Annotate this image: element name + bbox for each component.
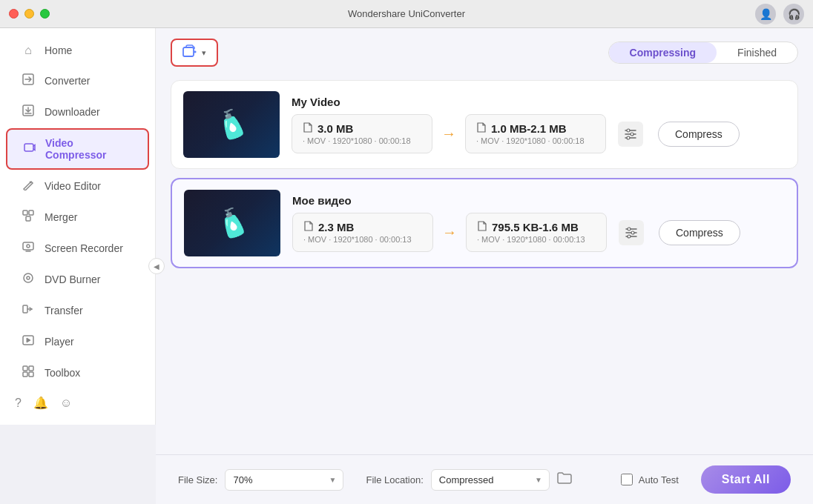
svg-rect-10 [23,305,27,313]
file-location-select-wrapper: Compressed Same as source Custom [431,469,550,491]
svg-point-7 [27,245,30,248]
app-title: Wondershare UniConverter [348,8,465,19]
target-meta-1: · MOV · 1920*1080 · 00:00:18 [476,136,595,145]
video-thumbnail-1: 🧴 [183,91,280,158]
notification-icon[interactable]: 🔔 [33,396,48,410]
add-file-button[interactable]: ▾ [171,39,218,67]
auto-test-label: Auto Test [639,474,679,485]
close-button[interactable] [9,9,19,19]
user-icon[interactable]: 👤 [755,4,776,24]
target-file-box-1: 1.0 MB-2.1 MB · MOV · 1920*1080 · 00:00:… [465,114,606,153]
sidebar-label-dvd-burner: DVD Burner [45,273,100,285]
compress-button-1[interactable]: Compress [658,122,740,147]
arrow-icon-1: → [441,125,456,142]
folder-icon[interactable] [557,471,572,488]
player-icon [21,334,36,349]
settings-button-2[interactable] [619,220,644,245]
sidebar-item-merger[interactable]: Merger [6,202,149,232]
sidebar-label-transfer: Transfer [45,305,83,316]
converter-icon [21,73,36,88]
target-file-box-2: 795.5 KB-1.6 MB · MOV · 1920*1080 · 00:0… [466,213,607,252]
minimize-button[interactable] [24,9,34,19]
sidebar-item-transfer[interactable]: Transfer [6,296,149,325]
source-file-icon-2 [303,221,314,233]
svg-rect-4 [29,210,33,215]
video-name-1: My Video [292,96,786,108]
sidebar-label-video-compressor: Video Compressor [45,137,133,161]
file-size-field: File Size: 50% 60% 70% 80% 90% [178,469,343,491]
content-area: ▾ Compressing Finished 🧴 My Video [156,28,813,504]
sidebar-item-player[interactable]: Player [6,327,149,357]
traffic-lights [9,9,50,19]
toolbar: ▾ Compressing Finished [156,28,813,73]
video-name-2: Мое видео [292,194,785,207]
collapse-sidebar-button[interactable]: ◀ [148,258,165,274]
compress-button-2[interactable]: Compress [659,220,740,245]
settings-button-1[interactable] [618,122,643,147]
sidebar-item-dvd-burner[interactable]: DVD Burner [6,265,149,294]
feedback-icon[interactable]: ☺ [60,397,72,410]
svg-rect-12 [23,366,27,371]
video-info-1: My Video 3.0 MB [292,96,786,153]
sidebar-label-home: Home [45,44,72,56]
auto-test-checkbox[interactable] [621,474,633,485]
dvd-burner-icon [21,272,36,287]
sidebar-label-merger: Merger [45,211,77,223]
sidebar: ⌂ Home Converter [0,28,156,425]
svg-point-17 [627,129,630,132]
video-card-2[interactable]: 🧴 Мое видео [171,178,798,268]
svg-point-18 [631,133,633,136]
file-location-field: File Location: Compressed Same as source… [366,469,571,491]
file-location-label: File Location: [366,474,423,485]
svg-rect-3 [23,210,27,215]
tab-group: Compressing Finished [608,42,798,64]
sidebar-label-video-editor: Video Editor [45,180,101,192]
main-layout: ⌂ Home Converter [0,28,813,504]
source-size-2: 2.3 MB [303,221,422,233]
tab-compressing[interactable]: Compressing [609,42,717,63]
svg-rect-16 [183,47,194,56]
compress-row-2: 2.3 MB · MOV · 1920*1080 · 00:00:13 → [292,213,785,252]
bottom-bar: File Size: 50% 60% 70% 80% 90% File Loca… [156,454,813,504]
svg-point-19 [627,136,630,139]
svg-rect-2 [24,144,33,151]
tab-finished[interactable]: Finished [717,42,797,63]
svg-rect-14 [23,372,27,377]
home-icon: ⌂ [21,44,36,57]
transfer-icon [21,303,36,318]
sidebar-item-home[interactable]: ⌂ Home [6,36,149,64]
sidebar-item-video-compressor[interactable]: Video Compressor [6,128,149,170]
sidebar-label-screen-recorder: Screen Recorder [45,242,123,254]
sidebar-item-downloader[interactable]: Downloader [6,97,149,127]
sidebar-item-screen-recorder[interactable]: Screen Recorder [6,233,149,263]
sidebar-bottom: ? 🔔 ☺ [0,388,155,417]
start-all-button[interactable]: Start All [701,465,791,494]
svg-rect-5 [26,216,30,221]
video-editor-icon [21,179,36,193]
support-icon[interactable]: 🎧 [783,4,804,24]
title-bar-actions: 👤 🎧 [755,4,804,24]
sidebar-label-converter: Converter [45,75,90,87]
sidebar-item-toolbox[interactable]: Toolbox [6,358,149,388]
video-list: 🧴 My Video [156,73,813,454]
sidebar-item-converter[interactable]: Converter [6,66,149,96]
file-size-select[interactable]: 50% 60% 70% 80% 90% [225,469,343,491]
help-icon[interactable]: ? [15,397,22,410]
auto-test-group: Auto Test [621,474,679,485]
source-meta-1: · MOV · 1920*1080 · 00:00:18 [303,136,421,145]
arrow-icon-2: → [442,224,457,241]
svg-point-9 [27,276,30,279]
maximize-button[interactable] [40,9,50,19]
svg-rect-6 [23,242,33,250]
source-meta-2: · MOV · 1920*1080 · 00:00:13 [303,235,422,244]
downloader-icon [21,105,36,119]
video-info-2: Мое видео 2.3 MB [292,194,785,252]
file-location-select[interactable]: Compressed Same as source Custom [431,469,550,491]
thumb-content-2: 🧴 [184,190,280,256]
video-card-1[interactable]: 🧴 My Video [171,80,798,169]
sidebar-item-video-editor[interactable]: Video Editor [6,171,149,201]
sidebar-wrapper: ⌂ Home Converter [0,28,156,504]
merger-icon [21,210,36,225]
sidebar-label-player: Player [45,336,74,348]
add-button-arrow: ▾ [202,48,206,58]
